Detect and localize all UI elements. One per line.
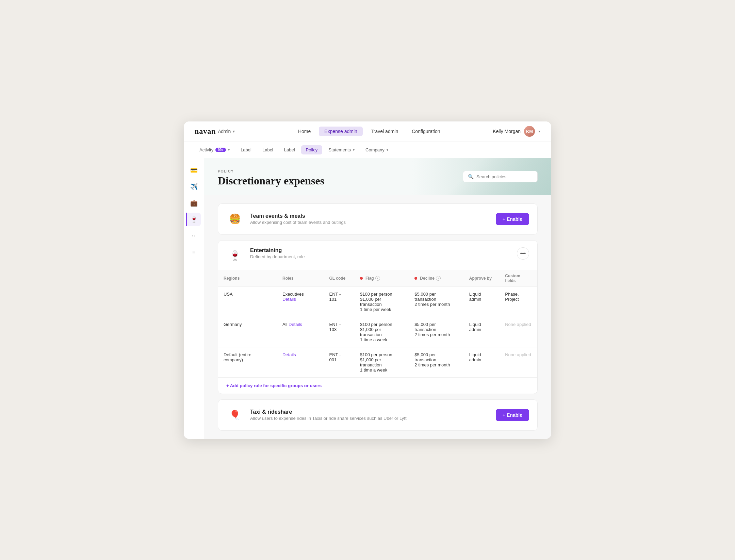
nav-expense-admin[interactable]: Expense admin	[319, 127, 363, 136]
sub-nav-statements-label: Statements	[328, 147, 351, 152]
taxi-card-body: 🎈 Taxi & rideshare Allow users to expens…	[218, 400, 537, 430]
team-events-card-body: 🍔 Team events & meals Allow expensing co…	[218, 204, 537, 234]
sidebar-icon-expenses[interactable]: 💳	[187, 164, 201, 177]
entertaining-header: 🍷 Entertaining Defined by department, ro…	[218, 241, 537, 270]
company-chevron-icon: ▾	[387, 148, 388, 152]
cell-custom-fields: None applied	[500, 317, 537, 347]
cell-approve-by: Liquid admin	[464, 317, 500, 347]
details-link[interactable]: Details	[282, 297, 296, 302]
table-row: Germany All Details ENT - 103 $100 per p…	[218, 317, 537, 347]
sub-nav-label3-text: Label	[284, 147, 295, 152]
sub-nav-activity-label: Activity	[199, 147, 213, 152]
entertaining-card: 🍷 Entertaining Defined by department, ro…	[218, 240, 538, 394]
cell-region: Default (entire company)	[218, 347, 277, 377]
taxi-desc: Allow users to expense rides in Taxis or…	[250, 416, 489, 421]
cell-flag: $100 per person$1,000 per transaction1 t…	[355, 317, 409, 347]
details-link[interactable]: Details	[289, 322, 302, 327]
col-flag-header: Flag i	[360, 276, 404, 281]
add-rule-button[interactable]: + Add policy rule for specific groups or…	[218, 377, 537, 394]
user-chevron-icon[interactable]: ▾	[538, 129, 540, 134]
table-row: USA Executives Details ENT - 101 $100 pe…	[218, 286, 537, 317]
sub-nav-label1[interactable]: Label	[236, 145, 256, 154]
sub-nav-statements[interactable]: Statements ▾	[324, 145, 359, 154]
nav-configuration[interactable]: Configuration	[406, 127, 445, 136]
sidebar: 💳 ✈️ 💼 🍷 ↔ ≡	[184, 158, 204, 439]
taxi-card: 🎈 Taxi & rideshare Allow users to expens…	[218, 399, 538, 431]
cell-region: USA	[218, 286, 277, 317]
cell-role: Details	[277, 347, 324, 377]
decline-info-icon[interactable]: i	[436, 276, 441, 281]
logo-chevron-icon[interactable]: ▾	[233, 129, 235, 134]
cell-decline: $5,000 per transaction2 times per month	[409, 286, 464, 317]
sub-nav-company[interactable]: Company ▾	[361, 145, 393, 154]
col-flag-label: Flag	[365, 276, 374, 281]
cell-approve-by: Liquid admin	[464, 347, 500, 377]
sidebar-icon-travel[interactable]: ✈️	[187, 180, 201, 194]
cell-custom-fields: None applied	[500, 347, 537, 377]
flag-info-icon[interactable]: i	[375, 276, 380, 281]
decline-dot-icon	[414, 277, 417, 280]
team-events-title: Team events & meals	[250, 213, 489, 219]
col-decline: Decline i	[409, 270, 464, 287]
sub-nav: Activity 99+ ▾ Label Label Label Policy …	[184, 142, 551, 158]
cell-gl-code: ENT - 001	[324, 347, 355, 377]
sub-nav-company-label: Company	[365, 147, 385, 152]
cell-approve-by: Liquid admin	[464, 286, 500, 317]
table-row: Default (entire company) Details ENT - 0…	[218, 347, 537, 377]
cell-role: All Details	[277, 317, 324, 347]
body-area: 💳 ✈️ 💼 🍷 ↔ ≡ POLICY Discretionary expens…	[184, 158, 551, 439]
entertaining-icon: 🍷	[226, 247, 243, 264]
cell-flag: $100 per person$1,000 per transaction1 t…	[355, 347, 409, 377]
entertaining-more-button[interactable]: •••	[517, 247, 529, 260]
sidebar-icon-wine[interactable]: 🍷	[186, 213, 201, 226]
sub-nav-label3[interactable]: Label	[279, 145, 300, 154]
sub-nav-activity[interactable]: Activity 99+ ▾	[195, 145, 234, 154]
logo-admin-text: Admin	[218, 129, 230, 134]
cell-decline: $5,000 per transaction2 times per month	[409, 347, 464, 377]
avatar[interactable]: KM	[524, 126, 535, 137]
none-applied-text: None applied	[505, 352, 531, 357]
col-decline-header: Decline i	[414, 276, 458, 281]
col-gl-code: GL code	[324, 270, 355, 287]
team-events-enable-button[interactable]: + Enable	[496, 213, 529, 225]
activity-badge: 99+	[215, 148, 226, 152]
entertaining-title: Entertaining	[250, 247, 510, 253]
search-input[interactable]	[476, 174, 534, 179]
nav-travel-admin[interactable]: Travel admin	[365, 127, 404, 136]
team-events-card: 🍔 Team events & meals Allow expensing co…	[218, 203, 538, 235]
nav-home[interactable]: Home	[293, 127, 316, 136]
sub-nav-label2[interactable]: Label	[258, 145, 278, 154]
cell-gl-code: ENT - 103	[324, 317, 355, 347]
sidebar-icon-briefcase[interactable]: 💼	[187, 196, 201, 210]
policy-table: Regions Roles GL code Flag i	[218, 270, 537, 377]
details-link[interactable]: Details	[282, 352, 296, 357]
team-events-info: Team events & meals Allow expensing cost…	[250, 213, 489, 225]
logo: navan Admin ▾	[195, 127, 234, 136]
cell-region: Germany	[218, 317, 277, 347]
col-decline-label: Decline	[420, 276, 435, 281]
none-applied-text: None applied	[505, 322, 531, 327]
cell-decline: $5,000 per transaction2 times per month	[409, 317, 464, 347]
sub-nav-policy[interactable]: Policy	[301, 145, 323, 154]
cell-flag: $100 per person$1,000 per transaction1 t…	[355, 286, 409, 317]
cell-custom-fields: Phase,Project	[500, 286, 537, 317]
col-roles: Roles	[277, 270, 324, 287]
user-area: Kelly Morgan KM ▾	[493, 126, 540, 137]
col-approve-by: Approve by	[464, 270, 500, 287]
cell-role: Executives Details	[277, 286, 324, 317]
sidebar-icon-reports[interactable]: ≡	[187, 245, 201, 259]
taxi-info: Taxi & rideshare Allow users to expense …	[250, 409, 489, 421]
activity-chevron-icon: ▾	[228, 148, 230, 152]
sub-nav-label1-text: Label	[241, 147, 251, 152]
search-area: 🔍	[463, 171, 538, 182]
statements-chevron-icon: ▾	[353, 148, 355, 152]
taxi-enable-button[interactable]: + Enable	[496, 409, 529, 421]
taxi-title: Taxi & rideshare	[250, 409, 489, 415]
entertaining-info: Entertaining Defined by department, role	[250, 247, 510, 259]
sidebar-icon-transfer[interactable]: ↔	[187, 229, 201, 243]
team-events-desc: Allow expensing cost of team events and …	[250, 220, 489, 225]
taxi-icon: 🎈	[226, 407, 243, 424]
app-window: navan Admin ▾ Home Expense admin Travel …	[184, 121, 551, 439]
col-regions: Regions	[218, 270, 277, 287]
page-header: POLICY Discretionary expenses 🔍	[204, 158, 551, 195]
